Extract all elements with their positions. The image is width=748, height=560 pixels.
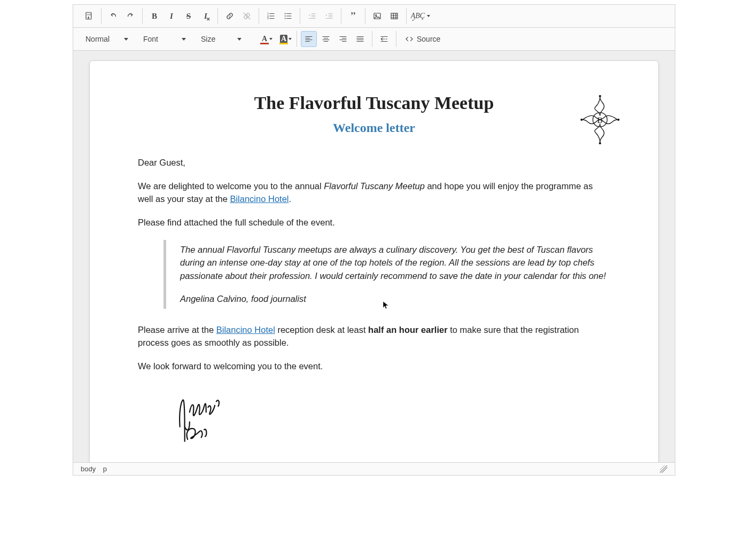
strikethrough-button[interactable]: S (181, 8, 197, 24)
align-justify-button[interactable] (352, 31, 368, 47)
svg-point-7 (285, 18, 286, 19)
redo-button[interactable] (122, 8, 138, 24)
svg-point-13 (599, 95, 601, 97)
image-button[interactable] (369, 8, 385, 24)
closing-paragraph[interactable]: We look forward to welcoming you to the … (138, 360, 610, 373)
quote-body: The annual Flavorful Tuscany meetups are… (180, 245, 606, 281)
background-color-button[interactable]: A (275, 31, 293, 47)
schedule-paragraph[interactable]: Please find attached the full schedule o… (138, 216, 610, 229)
align-right-button[interactable] (335, 31, 351, 47)
path-p[interactable]: p (103, 465, 107, 473)
outdent-button (304, 8, 320, 24)
font-family-select[interactable]: Font (137, 31, 191, 47)
table-button[interactable] (386, 8, 402, 24)
editor-content-scroll[interactable]: B The Flavorful Tuscany Meetup Welcome l… (73, 51, 675, 462)
svg-rect-10 (391, 13, 398, 19)
numbered-list-button[interactable]: 123 (263, 8, 279, 24)
page-title[interactable]: The Flavorful Tuscany Meetup (138, 93, 610, 113)
resize-grip[interactable] (660, 465, 667, 473)
hotel-crest-icon: B (579, 95, 621, 144)
page-subtitle[interactable]: Welcome letter (138, 121, 610, 135)
paragraph-format-value: Normal (85, 35, 110, 43)
source-button[interactable]: Source (400, 31, 446, 47)
svg-point-14 (599, 143, 601, 144)
hotel-link-1[interactable]: Bilancino Hotel (230, 194, 289, 204)
remove-format-button[interactable]: I✕ (198, 8, 214, 24)
indent-button (321, 8, 337, 24)
editor-frame: PDF B I S I✕ (73, 4, 675, 476)
font-family-value: Font (143, 35, 158, 43)
elements-path[interactable]: body p (81, 465, 107, 473)
insert-page-break-button[interactable] (376, 31, 392, 47)
toolbar-row-1: PDF B I S I✕ (73, 5, 675, 28)
bulleted-list-button[interactable] (280, 8, 296, 24)
export-pdf-button[interactable]: PDF (81, 8, 97, 24)
font-size-select[interactable]: Size (195, 31, 246, 47)
italic-button[interactable]: I (163, 8, 180, 24)
svg-point-15 (581, 119, 582, 121)
svg-point-5 (285, 13, 286, 14)
align-center-button[interactable] (318, 31, 334, 47)
intro-paragraph[interactable]: We are delighted to welcome you to the a… (138, 180, 610, 206)
arrival-paragraph[interactable]: Please arrive at the Bilancino Hotel rec… (138, 324, 610, 349)
link-button[interactable] (222, 8, 238, 24)
align-left-button[interactable] (301, 31, 317, 47)
paragraph-format-select[interactable]: Normal (80, 31, 133, 47)
elements-path-bar: body p (73, 462, 675, 475)
svg-point-9 (376, 14, 377, 15)
signature-image (170, 393, 229, 446)
path-body[interactable]: body (81, 465, 96, 473)
blockquote-button[interactable]: ” (345, 8, 361, 24)
editor-page[interactable]: B The Flavorful Tuscany Meetup Welcome l… (89, 60, 659, 462)
svg-point-6 (285, 15, 286, 17)
font-size-value: Size (201, 35, 215, 43)
unlink-button (239, 8, 255, 24)
spellcheck-button[interactable]: ABÇ✓ (410, 8, 431, 24)
text-color-button[interactable]: A (255, 31, 274, 47)
testimonial-blockquote[interactable]: The annual Flavorful Tuscany meetups are… (163, 240, 610, 309)
quote-attribution: Angelina Calvino, food journalist (180, 292, 610, 306)
greeting-paragraph[interactable]: Dear Guest, (138, 157, 610, 169)
svg-point-16 (618, 119, 619, 121)
hotel-link-2[interactable]: Bilancino Hotel (216, 325, 275, 335)
undo-button[interactable] (105, 8, 121, 24)
svg-text:PDF: PDF (87, 13, 92, 16)
bold-button[interactable]: B (146, 8, 162, 24)
source-button-label: Source (417, 35, 440, 43)
toolbar-row-2: Normal Font Size A A (73, 28, 675, 51)
svg-text:3: 3 (267, 17, 269, 20)
